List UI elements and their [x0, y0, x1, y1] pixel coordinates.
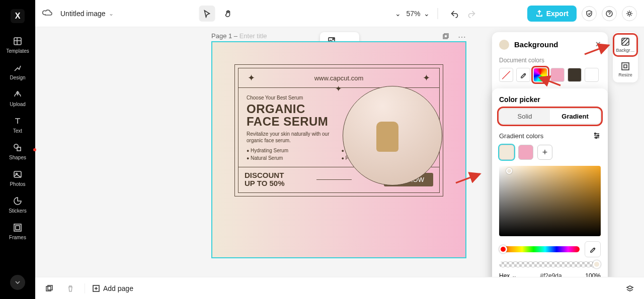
ad-discount-2: UP TO 50%	[245, 179, 284, 187]
settings-button[interactable]	[622, 6, 637, 21]
nav-shapes[interactable]: Shapes	[9, 143, 26, 160]
zoom-dropdown[interactable]: 57% ⌄	[406, 10, 429, 18]
cloud-save-button[interactable]	[42, 7, 53, 20]
hue-handle[interactable]	[499, 245, 507, 253]
document-title-dropdown[interactable]: Untitled image ⌄	[60, 10, 114, 18]
ad-url: www.capcut.com	[314, 74, 364, 82]
pages-overview-button[interactable]	[42, 281, 56, 295]
frames-icon	[13, 223, 23, 233]
add-page-label: Add page	[103, 284, 133, 292]
sv-handle[interactable]	[506, 168, 512, 174]
nav-label: Design	[10, 75, 25, 80]
gradient-colors-label: Gradient colors	[499, 132, 543, 140]
gradient-settings-button[interactable]	[593, 131, 601, 141]
swatch-eyedropper[interactable]	[516, 68, 530, 82]
resize-icon	[621, 62, 630, 71]
nav-label: Frames	[9, 235, 26, 240]
shapes-icon	[13, 143, 23, 153]
sparkle-icon: ✦	[423, 72, 430, 83]
export-button[interactable]: Export	[527, 6, 577, 22]
add-page-button[interactable]: Add page	[92, 284, 133, 292]
sparkle-icon: ✦	[335, 84, 342, 93]
redo-button[interactable]	[464, 6, 480, 22]
undo-button[interactable]	[446, 6, 462, 22]
alpha-handle[interactable]	[593, 260, 601, 268]
export-label: Export	[546, 10, 569, 18]
svg-rect-5	[14, 224, 21, 231]
nav-label: Shapes	[9, 155, 26, 160]
svg-point-13	[333, 39, 334, 40]
gear-icon	[625, 10, 633, 18]
swatch-pink[interactable]	[550, 68, 565, 82]
rail-label: Backgr…	[616, 48, 634, 53]
nav-label: Upload	[10, 102, 26, 107]
nav-templates[interactable]: Templates	[6, 36, 29, 54]
eyedropper-icon	[589, 245, 597, 253]
separator	[85, 283, 85, 293]
ad-discount-1: DISCOUNT	[245, 171, 284, 179]
nav-text[interactable]: Text	[13, 116, 23, 134]
eyedropper-button[interactable]	[585, 241, 601, 257]
add-page-icon	[92, 284, 100, 292]
shield-icon	[585, 10, 593, 18]
expand-sidebar-button[interactable]	[10, 275, 25, 290]
nav-frames[interactable]: Frames	[9, 223, 26, 240]
nav-label: Templates	[6, 48, 29, 54]
select-tool[interactable]	[199, 6, 215, 22]
alpha-slider[interactable]	[499, 261, 601, 267]
nav-photos[interactable]: Photos	[10, 169, 25, 187]
picker-tabs: Solid Gradient	[499, 109, 601, 124]
swatch-rainbow[interactable]	[533, 68, 547, 82]
chevron-down-icon: ⌄	[109, 10, 114, 17]
color-picker-popover: Color picker Solid Gradient Gradient col…	[492, 88, 608, 296]
nav-label: Text	[13, 128, 22, 134]
tab-gradient[interactable]: Gradient	[550, 109, 600, 124]
chevron-down-icon	[14, 279, 21, 286]
swatch-white[interactable]	[585, 68, 599, 82]
svg-rect-6	[16, 226, 20, 230]
page-label[interactable]: Page 1 – Enter title	[211, 32, 267, 40]
ad-subtext: Revitalize your skin naturally with our …	[247, 131, 332, 144]
ad-bullet: Natural Serum	[247, 155, 337, 161]
rail-resize-button[interactable]: Resize	[617, 60, 633, 79]
nav-upload[interactable]: Upload	[10, 89, 26, 107]
document-title: Untitled image	[60, 10, 106, 18]
close-panel-button[interactable]: ×	[595, 39, 601, 50]
delete-page-button[interactable]	[63, 281, 77, 295]
gradient-add-stop[interactable]: +	[537, 145, 552, 160]
page-title-input[interactable]: Enter title	[239, 32, 267, 40]
page-more-button[interactable]: ⋯	[458, 32, 467, 42]
help-icon	[605, 10, 613, 18]
separator	[438, 8, 438, 19]
hue-slider[interactable]	[499, 246, 580, 252]
photos-icon	[13, 169, 23, 179]
swatch-dark[interactable]	[568, 68, 582, 82]
page-canvas[interactable]: ✦ www.capcut.com ✦ Choose Your Best Seru…	[211, 41, 466, 258]
nav-design[interactable]: Design	[10, 63, 25, 80]
hand-tool[interactable]	[220, 6, 236, 22]
rail-background-button[interactable]: Backgr…	[615, 35, 635, 55]
swatch-none[interactable]	[499, 68, 513, 82]
nav-stickers[interactable]: Stickers	[9, 196, 27, 214]
help-button[interactable]	[602, 6, 617, 21]
stickers-icon	[13, 196, 23, 206]
export-icon	[535, 10, 543, 18]
divider	[316, 179, 352, 180]
gradient-stop-2[interactable]	[518, 145, 533, 160]
saturation-value-plane[interactable]	[499, 166, 601, 236]
text-icon	[13, 116, 23, 126]
layers-button[interactable]	[623, 281, 637, 295]
svg-rect-15	[622, 63, 629, 70]
background-icon	[621, 37, 630, 46]
zoom-value: 57%	[406, 10, 420, 18]
panel-title: Background	[514, 40, 558, 49]
gradient-stop-1[interactable]	[499, 145, 514, 160]
duplicate-page-button[interactable]	[442, 32, 450, 42]
ad-bullet: Hydrating Serum	[247, 148, 337, 153]
tab-solid[interactable]: Solid	[500, 109, 550, 124]
rail-label: Resize	[618, 72, 632, 77]
shield-button[interactable]	[582, 6, 597, 21]
app-logo[interactable]: X	[0, 5, 35, 27]
top-header: Untitled image ⌄ ⌄ 57% ⌄ Export	[35, 0, 644, 27]
svg-rect-0	[14, 38, 21, 45]
